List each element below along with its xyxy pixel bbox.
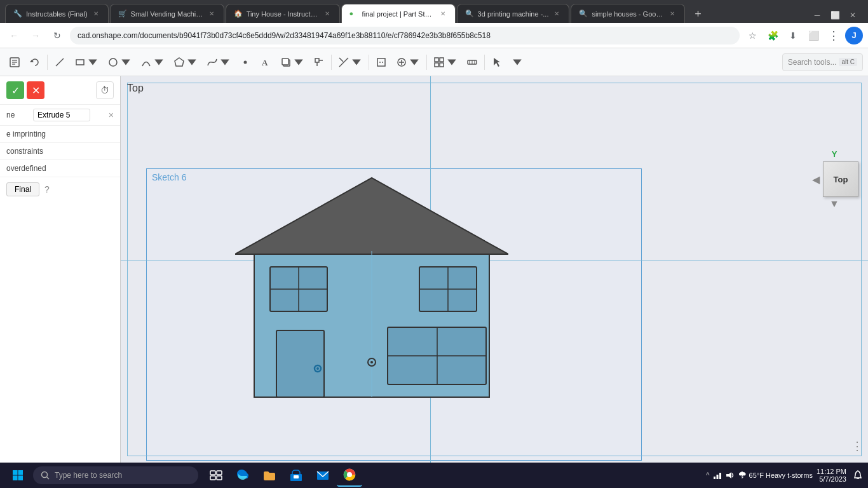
polygon-tool[interactable]: [170, 52, 201, 72]
svg-point-7: [109, 58, 117, 66]
transform-tool[interactable]: [309, 52, 329, 72]
svg-rect-55: [217, 471, 222, 475]
undo-tool[interactable]: [25, 52, 44, 72]
spline-tool[interactable]: [203, 52, 234, 72]
tab-instructables[interactable]: 🔧 Instructables (Final) ✕: [5, 4, 109, 23]
cube-down-arrow[interactable]: ▼: [829, 198, 839, 210]
tab-favicon-5: 🔍: [465, 10, 474, 18]
document-tool[interactable]: [5, 52, 24, 72]
cast-button[interactable]: ⬜: [804, 27, 822, 44]
browser-frame: 🔧 Instructables (Final) ✕ 🛒 Small Vendin…: [0, 0, 868, 488]
canvas-area[interactable]: Top Sketch 6: [121, 76, 868, 463]
select-tool[interactable]: [487, 52, 506, 72]
help-button[interactable]: ?: [44, 184, 50, 194]
tab-3dprint[interactable]: 🔍 3d printing machine -... ✕: [457, 4, 570, 23]
line-tool[interactable]: [50, 52, 69, 72]
dimension-tool[interactable]: [372, 52, 391, 72]
user-avatar[interactable]: J: [845, 27, 863, 44]
svg-line-53: [47, 477, 50, 480]
grid-tool[interactable]: [430, 52, 461, 72]
edge-icon: [236, 468, 250, 482]
tab-close-2[interactable]: ✕: [207, 10, 216, 18]
bookmark-star[interactable]: ☆: [743, 27, 761, 44]
tab-close-6[interactable]: ✕: [668, 10, 677, 18]
taskbar: Type here to search: [0, 463, 868, 488]
more-options-button[interactable]: ⋮: [851, 439, 863, 453]
svg-rect-48: [13, 470, 18, 475]
history-button[interactable]: ⏱: [96, 81, 114, 99]
forward-button[interactable]: →: [27, 27, 44, 44]
volume-icon[interactable]: [725, 470, 735, 480]
final-button[interactable]: Final: [6, 182, 39, 196]
cube-top-face[interactable]: Top: [823, 161, 858, 197]
start-button[interactable]: [5, 465, 31, 485]
point-tool[interactable]: [236, 52, 255, 72]
notification-icon[interactable]: [853, 470, 863, 480]
tab-close-3[interactable]: ✕: [323, 10, 332, 18]
svg-point-9: [244, 60, 247, 64]
tab-title-2: Small Vending Machin...: [131, 10, 203, 18]
taskview-button[interactable]: [203, 464, 229, 487]
download-button[interactable]: ⬇: [784, 27, 802, 44]
trim-tool[interactable]: [334, 52, 366, 72]
confirm-button[interactable]: ✓: [6, 81, 24, 99]
tab-vending[interactable]: 🛒 Small Vending Machin... ✕: [110, 4, 224, 23]
close-window-button[interactable]: ✕: [845, 8, 860, 23]
extension-puzzle[interactable]: 🧩: [764, 27, 782, 44]
search-tools[interactable]: Search tools... alt C: [782, 53, 863, 71]
text-tool[interactable]: A: [256, 52, 275, 72]
tab-title-4: final project | Part Stu...: [362, 10, 435, 18]
constraint-tool[interactable]: [392, 52, 424, 72]
back-button[interactable]: ←: [5, 27, 23, 44]
dropdown-icon-6: [293, 57, 304, 68]
chrome-button[interactable]: [337, 464, 362, 487]
address-input[interactable]: [70, 27, 740, 44]
dropdown-icon-9: [446, 57, 458, 68]
side-panel: ✓ ✕ ⏱ ne × e imprinting constraints over…: [0, 76, 121, 463]
rectangle-tool[interactable]: [71, 52, 102, 72]
tab-close-4[interactable]: ✕: [438, 10, 447, 18]
arc-tool[interactable]: [137, 52, 168, 72]
taskbar-search-placeholder: Type here to search: [55, 471, 122, 480]
edge-button[interactable]: [230, 464, 255, 487]
store-button[interactable]: [283, 464, 309, 487]
folder-icon: [262, 468, 276, 482]
grid-icon: [433, 57, 445, 68]
refresh-button[interactable]: ↻: [48, 27, 66, 44]
tray-arrow[interactable]: ^: [706, 471, 710, 480]
network-icon[interactable]: [712, 470, 722, 480]
tab-title-5: 3d printing machine -...: [478, 10, 549, 18]
settings-button[interactable]: ⋮: [825, 27, 843, 44]
select-dropdown[interactable]: [508, 52, 527, 72]
rectangle-icon: [74, 57, 86, 68]
svg-marker-32: [235, 178, 508, 254]
maximize-button[interactable]: ⬜: [827, 8, 843, 23]
cube-left-arrow[interactable]: ◀: [810, 173, 822, 186]
dropdown-icon-3: [153, 57, 165, 68]
measure-tool[interactable]: [463, 52, 482, 72]
spline-icon: [207, 57, 218, 68]
sketch-label: Sketch 6: [152, 172, 186, 182]
mail-button[interactable]: [310, 464, 336, 487]
tab-close-1[interactable]: ✕: [92, 10, 100, 18]
tab-tinyhouse[interactable]: 🏠 Tiny House - Instructa... ✕: [226, 4, 340, 23]
name-input[interactable]: [33, 109, 90, 121]
svg-rect-57: [217, 476, 222, 480]
cancel-button[interactable]: ✕: [27, 81, 44, 99]
taskbar-clock[interactable]: 11:12 PM 5/7/2023: [817, 468, 846, 483]
toolbar-sep-4: [426, 55, 427, 70]
copy-tool[interactable]: [276, 52, 308, 72]
minimize-button[interactable]: ─: [810, 8, 825, 23]
dropdown-icon-10: [512, 57, 523, 68]
tab-onshape[interactable]: ● final project | Part Stu... ✕: [341, 4, 456, 23]
tab-simple-houses[interactable]: 🔍 simple houses - Googl... ✕: [571, 4, 685, 23]
mail-icon: [316, 468, 330, 482]
toolbar-sep-2: [331, 55, 332, 70]
file-explorer-button[interactable]: [257, 464, 282, 487]
name-close[interactable]: ×: [109, 110, 114, 120]
new-tab-button[interactable]: +: [689, 5, 707, 23]
taskbar-search[interactable]: Type here to search: [33, 466, 198, 484]
tab-close-5[interactable]: ✕: [552, 10, 561, 18]
circle-tool[interactable]: [104, 52, 135, 72]
view-label: Top: [127, 83, 144, 94]
